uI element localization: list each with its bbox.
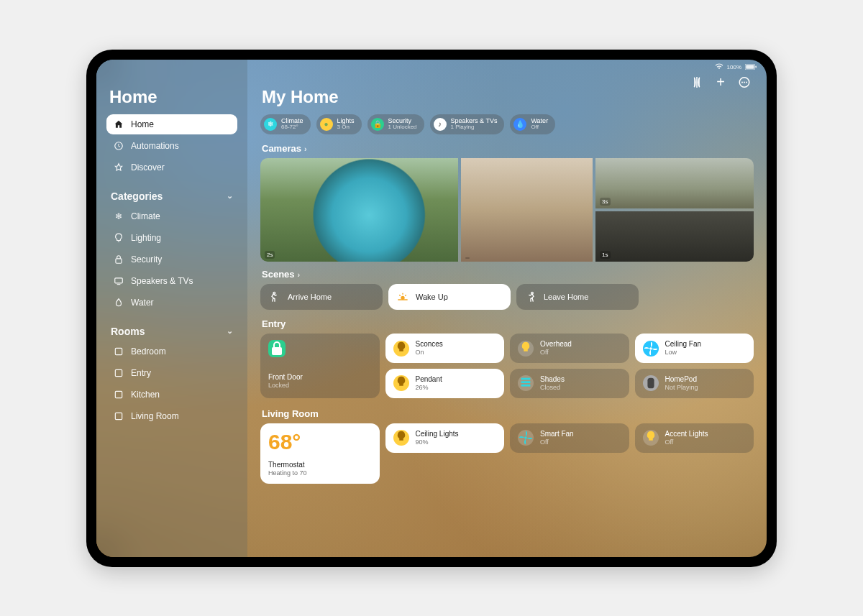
- chevron-down-icon: ⌄: [227, 191, 233, 201]
- tile-overhead[interactable]: OverheadOff: [510, 334, 629, 363]
- svg-point-16: [649, 347, 652, 350]
- svg-rect-5: [115, 277, 123, 282]
- main-content: + My Home ❄︎ Climate68-72° ● Lights3 On …: [247, 60, 767, 557]
- categories-header[interactable]: Categories ⌄: [111, 190, 233, 202]
- camera-tile[interactable]: 1s: [595, 211, 754, 262]
- sidebar-item-home[interactable]: Home: [106, 114, 237, 134]
- sidebar-item-discover[interactable]: Discover: [106, 157, 237, 178]
- sidebar-item-label: Lighting: [131, 233, 161, 243]
- sidebar-item-label: Water: [131, 298, 154, 308]
- intercom-icon[interactable]: [690, 74, 703, 91]
- bulb-icon: [518, 341, 534, 357]
- tile-status: 26%: [416, 384, 442, 392]
- tile-front-door[interactable]: Front Door Locked: [260, 334, 380, 398]
- pill-security[interactable]: 🔒 Security1 Unlocked: [367, 114, 424, 135]
- room-icon: [114, 390, 124, 400]
- cameras-header[interactable]: Cameras ›: [262, 143, 752, 154]
- living-room-grid: 68° Thermostat Heating to 70 Ceiling Lig…: [260, 423, 754, 484]
- scenes-row: Arrive Home Wake Up Leave Home: [260, 284, 754, 310]
- sidebar-item-kitchen[interactable]: Kitchen: [106, 385, 237, 405]
- fan-icon: [518, 430, 534, 446]
- tile-label: Front Door: [268, 373, 303, 382]
- room-icon: [114, 346, 124, 357]
- tile-shades[interactable]: ShadesClosed: [510, 369, 629, 398]
- rooms-header[interactable]: Rooms ⌄: [111, 326, 233, 337]
- automation-icon: [114, 141, 124, 151]
- tile-thermostat[interactable]: 68° Thermostat Heating to 70: [260, 423, 380, 484]
- tile-sconces[interactable]: SconcesOn: [385, 334, 505, 363]
- sunrise-icon: [397, 291, 408, 303]
- pill-water[interactable]: 💧 WaterOff: [510, 114, 555, 135]
- thermostat-temp: 68°: [268, 430, 301, 454]
- sidebar-item-speakers[interactable]: Speakers & TVs: [106, 271, 237, 291]
- tile-label: Smart Fan: [540, 430, 574, 438]
- sidebar-item-bedroom[interactable]: Bedroom: [106, 341, 237, 362]
- chevron-right-icon: ›: [304, 144, 307, 153]
- bulb-icon: [393, 341, 409, 357]
- water-icon: 💧: [513, 118, 526, 131]
- scene-wake-up[interactable]: Wake Up: [388, 284, 511, 310]
- scene-label: Arrive Home: [288, 293, 332, 301]
- tile-label: Thermostat: [268, 461, 307, 469]
- entry-header[interactable]: Entry: [262, 318, 752, 329]
- add-icon[interactable]: +: [716, 74, 725, 91]
- svg-rect-8: [115, 391, 122, 397]
- tile-ceiling-fan[interactable]: Ceiling FanLow: [635, 334, 754, 363]
- tile-status: Off: [665, 438, 708, 446]
- entry-grid: Front Door Locked SconcesOn OverheadOff: [260, 334, 754, 398]
- chevron-right-icon: ›: [298, 270, 301, 279]
- more-icon[interactable]: [738, 74, 751, 91]
- camera-tile[interactable]: 2s: [260, 158, 458, 262]
- svg-rect-6: [115, 348, 122, 354]
- top-actions: +: [690, 74, 751, 91]
- summary-pills: ❄︎ Climate68-72° ● Lights3 On 🔒 Security…: [260, 114, 754, 135]
- sidebar-item-automations[interactable]: Automations: [106, 136, 237, 156]
- room-icon: [114, 368, 124, 378]
- tile-label: Pendant: [416, 375, 442, 384]
- tile-smart-fan[interactable]: Smart FanOff: [510, 423, 629, 453]
- camera-grid: 2s 3s 1s: [260, 158, 754, 262]
- svg-point-21: [524, 436, 527, 439]
- water-icon: [114, 298, 124, 308]
- scenes-header[interactable]: Scenes ›: [262, 269, 752, 280]
- scene-arrive-home[interactable]: Arrive Home: [260, 284, 383, 310]
- bulb-icon: [393, 430, 409, 446]
- person-leave-icon: [525, 291, 536, 303]
- sidebar-item-label: Automations: [131, 141, 179, 151]
- bulb-icon: [393, 375, 409, 391]
- sidebar-item-entry[interactable]: Entry: [106, 363, 237, 383]
- sidebar-item-security[interactable]: Security: [106, 249, 237, 270]
- pill-lights[interactable]: ● Lights3 On: [316, 114, 362, 135]
- page-title: My Home: [262, 87, 752, 107]
- svg-rect-18: [521, 382, 531, 384]
- sidebar-item-livingroom[interactable]: Living Room: [106, 406, 237, 426]
- lock-icon: [114, 254, 124, 265]
- camera-tile[interactable]: [461, 158, 593, 262]
- tile-status: Off: [540, 349, 572, 357]
- tile-status: Heating to 70: [268, 469, 307, 477]
- living-room-header[interactable]: Living Room: [262, 408, 752, 419]
- svg-rect-17: [521, 378, 531, 380]
- tile-accent-lights[interactable]: Accent LightsOff: [635, 423, 754, 453]
- tile-label: Sconces: [416, 340, 443, 349]
- camera-tile[interactable]: 3s: [595, 158, 754, 208]
- chevron-down-icon: ⌄: [227, 326, 233, 336]
- sidebar-item-label: Speakers & TVs: [131, 276, 193, 286]
- pill-speakers[interactable]: ♪ Speakers & TVs1 Playing: [430, 114, 505, 135]
- tile-ceiling-lights[interactable]: Ceiling Lights90%: [385, 423, 505, 453]
- tile-pendant[interactable]: Pendant26%: [385, 369, 505, 398]
- tile-homepod[interactable]: HomePodNot Playing: [635, 369, 754, 398]
- sidebar-item-lighting[interactable]: Lighting: [106, 228, 237, 248]
- sidebar-item-water[interactable]: Water: [106, 293, 237, 313]
- pill-climate[interactable]: ❄︎ Climate68-72°: [260, 114, 311, 135]
- svg-rect-19: [521, 385, 531, 387]
- sidebar-item-climate[interactable]: ❄︎ Climate: [106, 206, 237, 226]
- svg-rect-4: [116, 258, 122, 262]
- ipad-frame: 9:41 AM Mon Jun 6 100% Home: [86, 50, 777, 567]
- scene-leave-home[interactable]: Leave Home: [516, 284, 639, 310]
- snowflake-icon: ❄︎: [114, 211, 124, 221]
- sidebar-title: Home: [109, 87, 234, 107]
- lock-icon: [268, 340, 286, 357]
- bulb-icon: ●: [320, 118, 333, 131]
- sidebar-item-label: Climate: [131, 211, 160, 221]
